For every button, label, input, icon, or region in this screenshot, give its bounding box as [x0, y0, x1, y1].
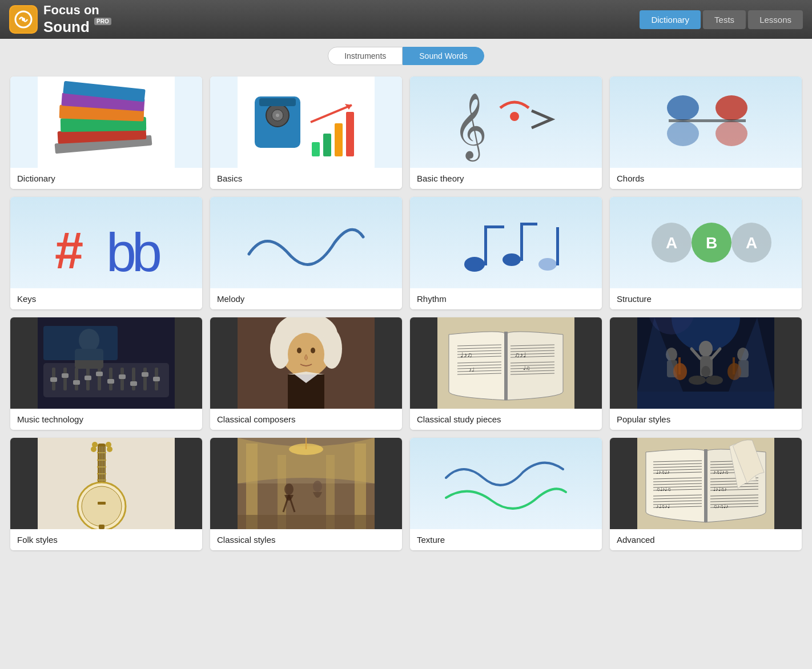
card-image-chords [610, 76, 802, 168]
app-logo-icon [9, 5, 38, 34]
svg-point-118 [699, 341, 713, 357]
svg-point-39 [503, 253, 521, 266]
card-classical-styles[interactable]: Classical styles [210, 438, 402, 550]
svg-rect-67 [96, 372, 103, 376]
card-melody[interactable]: Melody [210, 197, 402, 309]
tab-sound-words[interactable]: Sound Words [403, 47, 484, 65]
svg-point-143 [82, 486, 122, 526]
svg-rect-35 [437, 197, 574, 288]
svg-point-42 [538, 258, 557, 271]
card-dictionary[interactable]: Dictionary [10, 76, 202, 189]
svg-point-27 [715, 95, 747, 120]
card-label-chords: Chords [610, 168, 802, 189]
svg-text:A: A [666, 234, 677, 252]
svg-rect-40 [520, 223, 523, 261]
svg-text:b: b [132, 222, 162, 283]
svg-point-83 [311, 348, 315, 353]
nav-lessons-button[interactable]: Lessons [748, 10, 803, 29]
card-basics[interactable]: Basics [210, 76, 402, 189]
svg-rect-136 [97, 479, 106, 481]
svg-point-80 [321, 329, 342, 369]
card-keys[interactable]: # b b Keys [10, 197, 202, 309]
svg-text:♫♪♩: ♫♪♩ [514, 351, 526, 359]
svg-rect-17 [323, 134, 331, 156]
card-label-melody: Melody [210, 288, 402, 309]
svg-rect-65 [73, 380, 80, 385]
svg-text:𝄞: 𝄞 [453, 94, 487, 162]
svg-text:♩♪♩♫♪: ♩♪♩♫♪ [713, 486, 727, 492]
card-image-texture [410, 438, 602, 529]
card-grid: Dictionary Basics [0, 71, 812, 561]
card-music-technology[interactable]: Music technology [10, 317, 202, 430]
svg-rect-68 [107, 379, 114, 384]
card-advanced[interactable]: ♩♪♫♩♪ ♫♩♪♩♫ ♪♩♫♪♩ ♪♫♩♪♫ [610, 438, 802, 550]
svg-rect-71 [142, 372, 148, 377]
card-rhythm[interactable]: Rhythm [410, 197, 602, 309]
tab-instruments[interactable]: Instruments [328, 47, 403, 65]
card-image-structure: A B A [610, 197, 802, 288]
svg-rect-132 [97, 452, 106, 453]
svg-point-127 [689, 376, 706, 385]
card-image-keys: # b b [10, 197, 202, 288]
card-chords[interactable]: Chords [610, 76, 802, 189]
svg-rect-61 [143, 368, 147, 390]
svg-rect-70 [130, 381, 137, 386]
card-image-basic-theory: 𝄞 [410, 76, 602, 168]
svg-point-36 [464, 257, 485, 272]
svg-text:♫♩♪♩♫: ♫♩♪♩♫ [656, 486, 671, 492]
svg-point-25 [667, 95, 699, 120]
svg-point-82 [297, 348, 302, 353]
nav-bar: Dictionary Tests Lessons [640, 10, 803, 29]
svg-point-126 [701, 366, 710, 377]
svg-point-147 [92, 442, 98, 448]
svg-rect-69 [119, 374, 126, 379]
logo-area: Focus on Sound PRO [9, 3, 111, 36]
tab-bar: Instruments Sound Words [0, 39, 812, 71]
svg-point-128 [706, 376, 723, 385]
svg-rect-52 [43, 363, 169, 397]
card-structure[interactable]: A B A Structure [610, 197, 802, 309]
card-classical-composers[interactable]: Classical composers [210, 317, 402, 430]
card-folk-styles[interactable]: Folk styles [10, 438, 202, 550]
card-label-music-technology: Music technology [10, 409, 202, 430]
svg-text:♫♪♫♩♪: ♫♪♫♩♪ [713, 503, 729, 509]
svg-text:♩♪♫♩♪: ♩♪♫♩♪ [656, 469, 670, 475]
card-image-classical-styles [210, 438, 402, 529]
card-image-advanced: ♩♪♫♩♪ ♫♩♪♩♫ ♪♩♫♪♩ ♪♫♩♪♫ [610, 438, 802, 529]
svg-text:♪♩: ♪♩ [469, 366, 475, 373]
card-label-dictionary: Dictionary [10, 168, 202, 189]
card-label-classical-study-pieces: Classical study pieces [410, 409, 602, 430]
card-label-folk-styles: Folk styles [10, 529, 202, 550]
card-label-popular-styles: Popular styles [610, 409, 802, 430]
svg-rect-19 [346, 112, 354, 156]
card-popular-styles[interactable]: Popular styles [610, 317, 802, 430]
card-image-classical-study-pieces: ♩♪♫ ♪♩ ♫♪♩ ♩♫ [410, 317, 602, 409]
svg-rect-41 [520, 223, 537, 225]
nav-tests-button[interactable]: Tests [703, 10, 746, 29]
card-image-classical-composers [210, 317, 402, 409]
header: Focus on Sound PRO Dictionary Tests Less… [0, 0, 812, 39]
svg-text:♩♫: ♩♫ [523, 365, 530, 371]
svg-text:♩♪♫: ♩♪♫ [460, 351, 472, 359]
svg-point-148 [106, 442, 111, 448]
card-texture[interactable]: Texture [410, 438, 602, 550]
card-image-music-technology [10, 317, 202, 409]
svg-rect-129 [637, 392, 774, 409]
card-basic-theory[interactable]: 𝄞 Basic theory [410, 76, 602, 189]
card-label-rhythm: Rhythm [410, 288, 602, 309]
svg-rect-16 [312, 142, 320, 156]
svg-rect-57 [98, 368, 101, 390]
svg-point-26 [667, 121, 699, 146]
svg-rect-144 [98, 502, 106, 505]
svg-point-23 [510, 112, 519, 121]
card-label-advanced: Advanced [610, 529, 802, 550]
nav-dictionary-button[interactable]: Dictionary [640, 10, 701, 29]
svg-rect-163 [704, 449, 708, 522]
card-label-classical-styles: Classical styles [210, 529, 402, 550]
svg-rect-54 [63, 368, 67, 390]
card-classical-study-pieces[interactable]: ♩♪♫ ♪♩ ♫♪♩ ♩♫ Classical study pieces [410, 317, 602, 430]
card-label-basics: Basics [210, 168, 402, 189]
svg-point-2 [22, 18, 25, 21]
svg-point-14 [276, 114, 279, 117]
svg-rect-66 [85, 376, 91, 380]
